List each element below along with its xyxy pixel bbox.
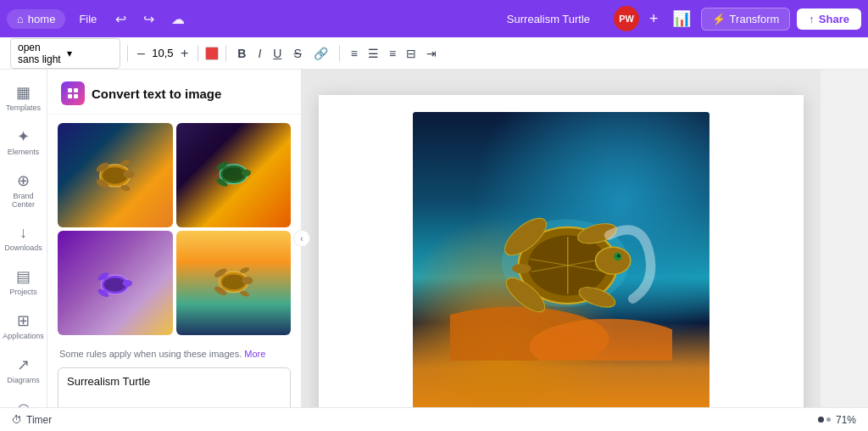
statusbar: ⏱ Timer 71% [0,407,868,431]
indent-button[interactable]: ⇥ [422,44,441,63]
canvas-area[interactable] [302,70,821,407]
font-size-decrease-button[interactable]: – [135,46,147,61]
elements-icon: ✦ [17,127,30,146]
font-family-select[interactable]: open sans light ▾ [10,38,120,69]
timer-icon: ⏱ [12,414,22,426]
panel-collapse-handle[interactable]: ‹ [293,230,310,247]
turtle-svg-2 [199,144,268,207]
sidebar-item-templates[interactable]: ▦ Templates [3,76,44,119]
zoom-dot-1 [818,417,824,423]
svg-point-17 [104,277,126,291]
font-size-value: 10,5 [150,47,175,59]
zoom-value: 71% [836,414,856,426]
underline-button[interactable]: U [269,44,286,63]
transform-label: Transform [730,13,780,25]
svg-point-23 [242,277,253,284]
rules-more-link[interactable]: More [244,349,265,359]
turtle-svg-3 [81,252,149,315]
main-turtle-svg [450,165,673,361]
downloads-icon: ↓ [19,224,27,242]
image-thumb-1[interactable] [58,123,173,227]
canvas-main-image[interactable] [413,112,709,407]
undo-button[interactable]: ↩ [110,8,131,31]
share-button[interactable]: ↑ Share [797,8,861,30]
sidebar-item-brand[interactable]: ⊕ Brand Center [3,165,44,216]
canvas-turtle-image [450,165,673,361]
transform-button[interactable]: ⚡ Transform [701,8,791,31]
home-label: home [28,13,56,25]
zoom-dot-2 [826,417,831,422]
panel-title: Convert text to image [92,87,221,101]
italic-button[interactable]: I [253,44,265,63]
align-center-button[interactable]: ☰ [364,44,383,63]
image-grid [47,115,301,344]
right-panel [821,70,868,407]
home-button[interactable]: ⌂ home [7,9,65,29]
timer-button[interactable]: ⏱ Timer [12,414,52,426]
avatar[interactable]: PW [614,6,639,31]
turtle-svg-4 [199,252,268,315]
rules-text: Some rules apply when using these images… [59,349,242,359]
share-label: Share [819,13,849,25]
cloud-save-button[interactable]: ☁ [166,8,190,31]
align-right-button[interactable]: ≡ [385,44,400,63]
sidebar-item-projects[interactable]: ▤ Projects [3,260,44,303]
bold-button[interactable]: B [233,44,250,63]
timer-label: Timer [26,414,52,426]
diagrams-icon: ↗ [17,355,30,374]
convert-panel: Convert text to image [47,70,302,407]
sidebar-item-elements[interactable]: ✦ Elements [3,120,44,163]
share-icon: ↑ [809,13,815,25]
panel-rules: Some rules apply when using these images… [47,344,301,367]
canvas-document [319,95,804,407]
zoom-control: 71% [818,414,856,426]
chevron-down-icon: ▾ [67,48,113,59]
svg-point-13 [241,169,250,176]
link-button[interactable]: 🔗 [309,44,332,63]
redo-button[interactable]: ↪ [138,8,159,31]
align-justify-button[interactable]: ⊟ [402,44,420,63]
panel-wrapper: Convert text to image [47,70,302,407]
svg-rect-3 [74,94,78,98]
zoom-indicator [818,417,831,423]
transform-icon: ⚡ [712,13,726,25]
sidebar-item-downloads[interactable]: ↓ Downloads [3,217,44,259]
main-layout: ▦ Templates ✦ Elements ⊕ Brand Center ↓ … [0,70,868,407]
svg-rect-1 [74,88,78,92]
projects-icon: ▤ [16,267,31,286]
text-color-button[interactable] [205,47,219,60]
prompt-text-input[interactable]: Surrealism Turtle [58,367,291,407]
format-toolbar: open sans light ▾ – 10,5 + B I U S 🔗 ≡ ☰… [0,37,868,70]
logos-icon: ◎ [17,400,31,407]
alignment-controls: ≡ ☰ ≡ ⊟ ⇥ [347,44,441,63]
sidebar-item-applications[interactable]: ⊞ Applications [3,305,44,347]
panel-icon [61,81,85,105]
svg-point-6 [123,170,134,178]
topbar: ⌂ home File ↩ ↪ ☁ Surrealism Turtle PW +… [0,0,868,37]
svg-point-43 [512,263,531,272]
add-collaborator-button[interactable]: + [646,8,662,30]
sidebar-item-diagrams[interactable]: ↗ Diagrams [3,349,44,391]
brand-icon: ⊕ [17,171,30,190]
image-thumb-4[interactable] [176,231,292,335]
image-thumb-3[interactable] [58,231,173,335]
turtle-svg-1 [81,144,149,207]
strikethrough-button[interactable]: S [289,44,305,63]
home-icon: ⌂ [17,13,24,25]
font-name-label: open sans light [18,42,64,65]
file-menu-button[interactable]: File [72,9,103,29]
image-thumb-2[interactable] [176,123,292,227]
font-size-control: – 10,5 + [135,46,191,61]
svg-point-22 [221,274,245,289]
align-left-button[interactable]: ≡ [347,44,362,63]
sidebar-item-logos[interactable]: ◎ Logos [3,393,44,407]
panel-header: Convert text to image [47,70,301,115]
icon-sidebar: ▦ Templates ✦ Elements ⊕ Brand Center ↓ … [0,70,47,407]
svg-point-18 [123,280,132,287]
analytics-button[interactable]: 📊 [669,6,694,31]
toolbar-separator-2 [198,45,198,62]
applications-icon: ⊞ [17,311,30,330]
ai-icon [67,87,79,99]
font-size-increase-button[interactable]: + [178,46,191,61]
toolbar-separator-3 [225,45,226,62]
